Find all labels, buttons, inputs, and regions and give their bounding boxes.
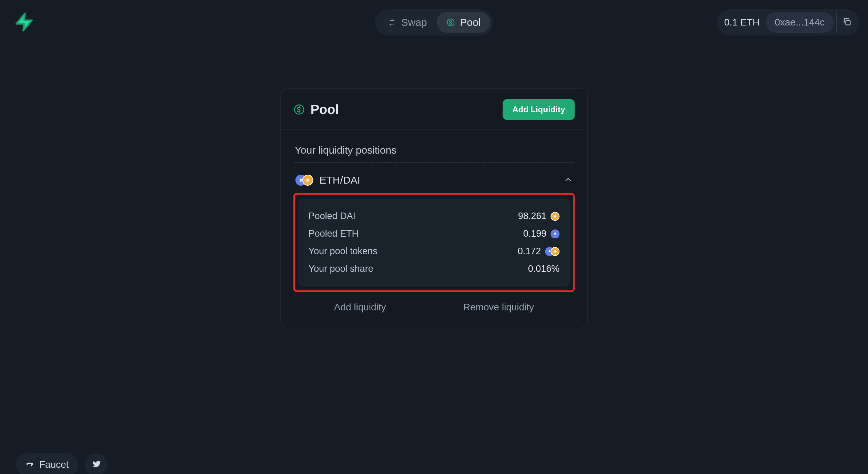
detail-value: 98.261 (518, 211, 547, 221)
detail-pool-share: Your pool share 0.016% (309, 260, 560, 278)
position-actions: Add liquidity Remove liquidity (293, 292, 575, 316)
detail-pooled-eth: Pooled ETH 0.199 (309, 225, 560, 243)
dai-token-icon (551, 212, 560, 221)
dollar-circle-icon (293, 104, 305, 115)
card-header: Pool Add Liquidity (281, 89, 587, 130)
svg-rect-4 (846, 21, 850, 25)
add-liquidity-button[interactable]: Add Liquidity (503, 99, 575, 120)
twitter-icon (91, 459, 101, 470)
bottom-left-controls: Faucet (16, 453, 107, 474)
faucet-icon (25, 459, 34, 471)
wallet-balance: 0.1 ETH (724, 12, 766, 33)
remove-liquidity-link[interactable]: Remove liquidity (463, 302, 534, 313)
add-liquidity-link[interactable]: Add liquidity (334, 302, 386, 313)
svg-marker-0 (17, 13, 32, 31)
svg-marker-12 (554, 232, 556, 235)
copy-address-button[interactable] (836, 12, 857, 33)
detail-value: 0.199 (523, 228, 547, 239)
copy-icon (842, 17, 852, 28)
svg-marker-10 (306, 178, 310, 182)
pool-position-row[interactable]: ETH/DAI (293, 168, 575, 192)
pool-card: Pool Add Liquidity Your liquidity positi… (281, 89, 588, 328)
section-title: Your liquidity positions (295, 144, 574, 156)
svg-marker-8 (299, 178, 302, 181)
page-title: Pool (311, 102, 339, 117)
nav-tabs: Swap Pool (375, 9, 493, 35)
tab-swap-label: Swap (401, 17, 427, 28)
wallet-pill: 0.1 ETH 0xae...144c (717, 9, 860, 35)
divider (295, 162, 574, 163)
pair-token-icon (545, 247, 560, 256)
chevron-up-icon (564, 175, 573, 185)
position-details: Pooled DAI 98.261 Pooled ETH 0.199 (299, 199, 570, 286)
pair-icons (296, 175, 313, 186)
tab-swap[interactable]: Swap (378, 12, 436, 33)
wallet-address-button[interactable]: 0xae...144c (766, 12, 834, 33)
pair-label: ETH/DAI (320, 174, 360, 186)
svg-marker-11 (554, 215, 557, 218)
dai-token-icon (302, 175, 313, 186)
faucet-button[interactable]: Faucet (16, 453, 79, 474)
detail-label: Your pool share (309, 264, 373, 274)
detail-label: Pooled DAI (309, 211, 356, 221)
app-logo[interactable] (13, 11, 35, 33)
faucet-label: Faucet (39, 459, 69, 470)
detail-pooled-dai: Pooled DAI 98.261 (309, 207, 560, 225)
svg-marker-15 (554, 250, 557, 253)
dollar-circle-icon (446, 18, 455, 27)
dai-token-icon (551, 247, 560, 256)
detail-value: 0.016% (528, 264, 560, 274)
tab-pool-label: Pool (460, 17, 481, 28)
detail-pool-tokens: Your pool tokens 0.172 (309, 243, 560, 260)
swap-icon (387, 18, 396, 27)
highlight-annotation: Pooled DAI 98.261 Pooled ETH 0.199 (293, 193, 575, 292)
tab-pool[interactable]: Pool (437, 12, 490, 33)
eth-token-icon (551, 229, 560, 238)
detail-value: 0.172 (518, 246, 541, 257)
twitter-button[interactable] (85, 453, 107, 474)
detail-label: Pooled ETH (309, 228, 359, 239)
detail-label: Your pool tokens (309, 246, 378, 257)
